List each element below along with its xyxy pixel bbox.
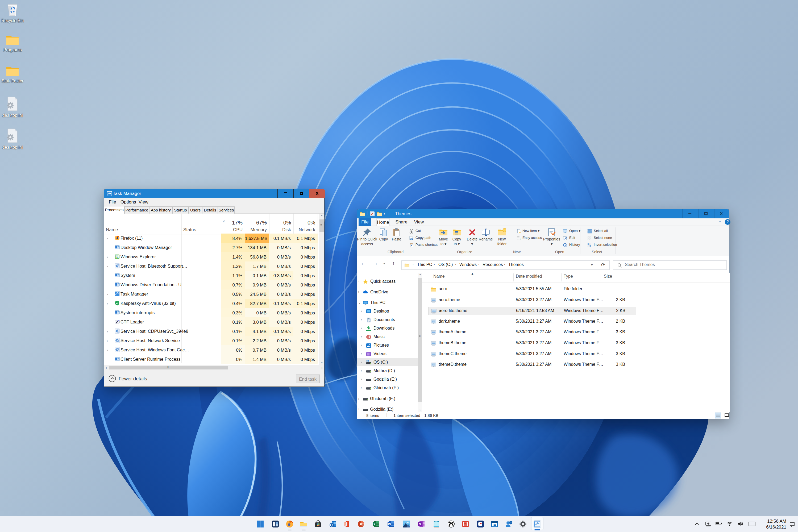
svg-text:X: X (374, 522, 376, 526)
svg-text:W: W (388, 522, 391, 526)
svg-text:P: P (360, 522, 362, 526)
svg-text:N: N (419, 522, 421, 526)
svg-text:W: W (411, 239, 412, 240)
